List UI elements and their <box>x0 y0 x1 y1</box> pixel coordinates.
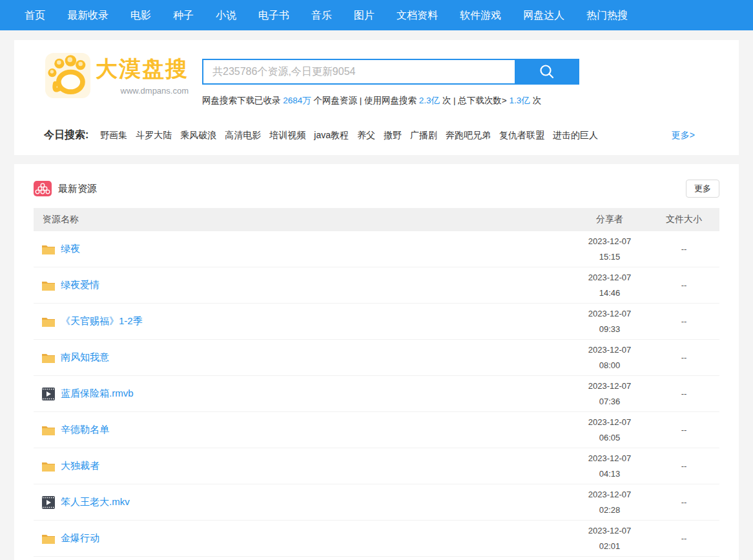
today-search-row: 今日搜索: 野画集 斗罗大陆 乘风破浪 高清电影 培训视频 java教程 养父 … <box>44 129 708 142</box>
table-row: 大独裁者 2023-12-0704:13 -- <box>34 448 719 484</box>
column-resource-name: 资源名称 <box>34 214 571 225</box>
file-size: -- <box>648 461 719 471</box>
table-row: 南风知我意 2023-12-0708:00 -- <box>34 340 719 376</box>
site-logo[interactable]: 大漠盘搜 www.dmpans.com <box>45 53 189 98</box>
section-title: 最新资源 <box>58 183 97 195</box>
folder-icon <box>41 279 56 292</box>
share-datetime: 2023-12-0708:00 <box>571 342 648 373</box>
nav-item-netdisk-users[interactable]: 网盘达人 <box>512 0 575 30</box>
hot-keyword[interactable]: 撒野 <box>384 130 402 141</box>
hot-keyword[interactable]: 高清电影 <box>225 130 261 141</box>
hot-keyword[interactable]: 培训视频 <box>269 130 305 141</box>
resource-link[interactable]: 《天官赐福》1-2季 <box>61 315 143 327</box>
search-button[interactable] <box>515 59 579 85</box>
hot-resources-icon <box>34 181 52 196</box>
nav-item-novels[interactable]: 小说 <box>205 0 247 30</box>
header-card: 大漠盘搜 www.dmpans.com 网盘搜索下载已收录 2684万 个网盘资… <box>14 40 739 155</box>
share-datetime: 2023-12-0709:33 <box>571 306 648 337</box>
search-icon <box>539 63 555 80</box>
file-size: -- <box>648 244 719 254</box>
resource-link[interactable]: 笨人王老大.mkv <box>61 496 130 508</box>
site-name: 大漠盘搜 <box>96 53 189 85</box>
table-row: 金爆行动 2023-12-0702:01 -- <box>34 521 719 557</box>
site-url: www.dmpans.com <box>96 86 189 96</box>
file-size: -- <box>648 497 719 507</box>
share-datetime: 2023-12-0702:28 <box>571 487 648 518</box>
today-search-more-link[interactable]: 更多> <box>672 130 695 141</box>
resource-link[interactable]: 辛德勒名单 <box>61 424 109 436</box>
latest-resources-header: 最新资源 更多 <box>34 180 719 198</box>
share-datetime: 2023-12-0706:05 <box>571 415 648 446</box>
share-datetime: 2023-12-0707:36 <box>571 379 648 410</box>
nav-item-home[interactable]: 首页 <box>14 0 56 30</box>
resource-link[interactable]: 绿夜爱情 <box>61 279 99 291</box>
file-size: -- <box>648 425 719 435</box>
hot-keyword[interactable]: 斗罗大陆 <box>136 130 172 141</box>
resource-link[interactable]: 金爆行动 <box>61 532 99 544</box>
file-size: -- <box>648 534 719 543</box>
resource-link[interactable]: 南风知我意 <box>61 351 109 364</box>
folder-icon <box>41 315 56 328</box>
hot-keyword[interactable]: 养父 <box>357 130 375 141</box>
folder-icon <box>41 460 56 473</box>
table-header: 资源名称 分享者 文件大小 <box>34 208 719 231</box>
share-datetime: 2023-12-0715:15 <box>571 234 648 265</box>
resource-link[interactable]: 大独裁者 <box>61 460 99 472</box>
nav-item-software-games[interactable]: 软件游戏 <box>449 0 512 30</box>
folder-icon <box>41 424 56 437</box>
column-file-size: 文件大小 <box>648 214 719 225</box>
nav-item-torrents[interactable]: 种子 <box>162 0 205 30</box>
hot-keyword[interactable]: 进击的巨人 <box>553 130 598 141</box>
hot-keyword[interactable]: 奔跑吧兄弟 <box>446 130 491 141</box>
nav-item-ebooks[interactable]: 电子书 <box>247 0 300 30</box>
file-size: -- <box>648 316 719 326</box>
hot-keyword[interactable]: 广播剧 <box>410 130 437 141</box>
folder-icon <box>41 351 56 364</box>
stat-search-count: 2.3亿 <box>419 96 440 105</box>
nav-item-latest[interactable]: 最新收录 <box>56 0 119 30</box>
resource-link[interactable]: 蓝盾保险箱.rmvb <box>61 388 134 400</box>
search-input[interactable] <box>202 59 515 85</box>
hot-keyword[interactable]: 复仇者联盟 <box>499 130 544 141</box>
table-row: 辛德勒名单 2023-12-0706:05 -- <box>34 412 719 448</box>
nav-item-hot-searches[interactable]: 热门热搜 <box>575 0 639 30</box>
table-row: 蓝盾保险箱.rmvb 2023-12-0707:36 -- <box>34 376 719 412</box>
stat-download-count: 1.3亿 <box>510 96 530 105</box>
file-size: -- <box>648 280 719 290</box>
nav-item-movies[interactable]: 电影 <box>119 0 162 30</box>
video-icon <box>41 496 56 509</box>
table-row: 绿夜 2023-12-0715:15 -- <box>34 231 719 267</box>
folder-icon <box>41 532 56 545</box>
nav-item-documents[interactable]: 文档资料 <box>386 0 449 30</box>
hot-keyword-list: 野画集 斗罗大陆 乘风破浪 高清电影 培训视频 java教程 养父 撒野 广播剧… <box>100 130 671 141</box>
table-row: 《天官赐福》1-2季 2023-12-0709:33 -- <box>34 304 719 340</box>
nav-item-music[interactable]: 音乐 <box>300 0 343 30</box>
file-size: -- <box>648 353 719 362</box>
search-bar <box>202 59 579 85</box>
paw-logo-icon <box>45 53 90 98</box>
share-datetime: 2023-12-0704:13 <box>571 451 648 482</box>
share-datetime: 2023-12-0714:46 <box>571 270 648 301</box>
folder-icon <box>41 243 56 256</box>
hot-keyword[interactable]: java教程 <box>314 130 349 141</box>
hot-keyword[interactable]: 野画集 <box>100 130 127 141</box>
today-search-label: 今日搜索: <box>44 129 88 142</box>
hot-keyword[interactable]: 乘风破浪 <box>180 130 216 141</box>
more-button[interactable]: 更多 <box>686 180 719 198</box>
site-stats: 网盘搜索下载已收录 2684万 个网盘资源 | 使用网盘搜索 2.3亿 次 | … <box>202 95 541 107</box>
latest-resources-card: 最新资源 更多 资源名称 分享者 文件大小 绿夜 2023-12-0715:15… <box>14 164 739 560</box>
share-datetime: 2023-12-0702:01 <box>571 523 648 554</box>
stat-total-resources: 2684万 <box>283 96 311 105</box>
resource-link[interactable]: 绿夜 <box>61 243 80 255</box>
nav-item-images[interactable]: 图片 <box>343 0 386 30</box>
table-row: 笨人王老大.mkv 2023-12-0702:28 -- <box>34 484 719 521</box>
video-icon <box>41 388 56 400</box>
file-size: -- <box>648 389 719 399</box>
top-navigation: 首页 最新收录 电影 种子 小说 电子书 音乐 图片 文档资料 软件游戏 网盘达… <box>0 0 753 30</box>
column-sharer: 分享者 <box>571 214 648 225</box>
table-row: 绿夜爱情 2023-12-0714:46 -- <box>34 267 719 304</box>
